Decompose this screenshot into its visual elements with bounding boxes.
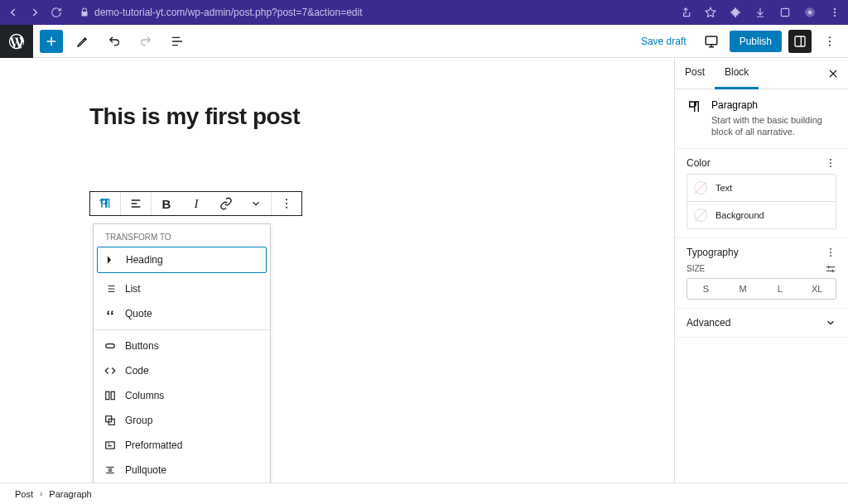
transform-item-label: Buttons	[125, 340, 159, 352]
transform-item-code[interactable]: Code	[94, 358, 270, 383]
font-size-picker: S M L XL	[687, 278, 836, 300]
settings-sidebar-toggle[interactable]	[788, 30, 812, 53]
publish-button[interactable]: Publish	[730, 31, 782, 52]
columns-icon	[104, 389, 117, 402]
add-block-button[interactable]	[40, 30, 63, 53]
size-s[interactable]: S	[687, 279, 725, 299]
paragraph-icon	[687, 99, 701, 114]
edit-mode-button[interactable]	[71, 30, 94, 53]
color-panel-header[interactable]: Color	[687, 157, 711, 169]
transform-item-label: Quote	[125, 308, 152, 319]
block-options-button[interactable]	[272, 192, 301, 215]
browser-reload-button[interactable]	[50, 6, 63, 19]
transform-item-preformatted[interactable]: Preformatted	[94, 433, 270, 458]
svg-rect-6	[706, 36, 717, 45]
text-color-button[interactable]: Text	[687, 174, 836, 202]
preview-button[interactable]	[700, 30, 723, 53]
group-icon	[104, 414, 117, 427]
transform-item-label: Code	[125, 365, 149, 377]
color-options-icon[interactable]	[825, 157, 836, 169]
align-button[interactable]	[121, 192, 151, 215]
code-icon	[104, 364, 117, 377]
link-button[interactable]	[211, 192, 241, 215]
size-settings-icon[interactable]	[825, 263, 836, 275]
bold-button[interactable]: B	[152, 192, 181, 215]
download-icon[interactable]	[754, 6, 767, 19]
breadcrumb: Post › Paragraph	[0, 482, 848, 504]
svg-rect-14	[106, 344, 115, 348]
editor-canvas[interactable]: This is my first post B I	[0, 58, 674, 482]
transform-item-buttons[interactable]: Buttons	[94, 334, 270, 358]
browser-forward-button[interactable]	[28, 6, 41, 19]
tab-post[interactable]: Post	[675, 58, 715, 89]
chevron-down-icon	[825, 317, 836, 329]
svg-point-2	[808, 11, 812, 15]
size-xl[interactable]: XL	[798, 279, 836, 299]
preformatted-icon	[104, 439, 117, 452]
transform-item-label: Columns	[125, 390, 164, 401]
document-overview-button[interactable]	[166, 30, 189, 53]
share-icon[interactable]	[679, 6, 692, 19]
svg-point-11	[286, 199, 287, 200]
svg-point-5	[834, 15, 836, 17]
undo-button[interactable]	[103, 30, 126, 53]
size-label: SIZE	[687, 264, 705, 273]
browser-bar: demo-tutorial-yt.com/wp-admin/post.php?p…	[0, 0, 848, 25]
list-icon	[104, 282, 117, 295]
svg-point-8	[829, 36, 831, 38]
svg-point-4	[834, 12, 836, 13]
transform-item-list[interactable]: List	[94, 276, 270, 301]
settings-sidebar: Post Block Paragraph Start with the basi…	[674, 58, 848, 482]
transform-item-label: Heading	[126, 254, 163, 266]
buttons-icon	[104, 339, 117, 353]
browser-url-bar[interactable]: demo-tutorial-yt.com/wp-admin/post.php?p…	[80, 7, 671, 18]
options-menu-button[interactable]	[818, 30, 841, 53]
breadcrumb-post[interactable]: Post	[15, 489, 33, 499]
browser-back-button[interactable]	[7, 6, 20, 19]
lock-icon	[80, 7, 89, 17]
breadcrumb-paragraph[interactable]: Paragraph	[49, 489, 91, 499]
typography-options-icon[interactable]	[825, 247, 836, 258]
redo-button[interactable]	[134, 30, 157, 53]
advanced-panel-toggle[interactable]: Advanced	[687, 317, 836, 329]
svg-point-10	[829, 44, 831, 46]
wp-logo[interactable]	[0, 25, 33, 58]
svg-rect-15	[106, 391, 109, 399]
typography-panel-header[interactable]: Typography	[687, 247, 739, 258]
divider	[94, 329, 270, 330]
color-swatch-icon	[694, 181, 707, 194]
transform-item-group[interactable]: Group	[94, 408, 270, 433]
svg-point-23	[830, 248, 831, 250]
transform-item-columns[interactable]: Columns	[94, 383, 270, 408]
svg-point-22	[830, 166, 831, 167]
block-type-button[interactable]	[90, 192, 120, 215]
size-l[interactable]: L	[762, 279, 799, 299]
background-color-button[interactable]: Background	[687, 202, 836, 229]
browser-url-text: demo-tutorial-yt.com/wp-admin/post.php?p…	[94, 7, 363, 18]
extensions-icon[interactable]	[729, 6, 742, 19]
bookmark-icon[interactable]	[704, 6, 717, 19]
editor-top-toolbar: Save draft Publish	[0, 25, 848, 58]
profile-icon[interactable]	[803, 6, 817, 19]
chevron-right-icon: ›	[40, 489, 42, 498]
svg-point-24	[830, 252, 831, 253]
color-swatch-icon	[694, 209, 707, 222]
close-settings-button[interactable]	[823, 64, 843, 84]
transform-item-label: Preformatted	[125, 439, 182, 451]
browser-menu-icon[interactable]	[828, 6, 841, 19]
size-m[interactable]: M	[725, 279, 762, 299]
block-description: Start with the basic building block of a…	[711, 114, 836, 138]
transform-item-heading[interactable]: Heading	[97, 247, 267, 273]
transform-item-pullquote[interactable]: Pullquote	[94, 458, 270, 482]
post-title[interactable]: This is my first post	[89, 103, 641, 130]
svg-point-25	[830, 255, 831, 257]
italic-button[interactable]: I	[181, 192, 211, 215]
more-rich-text-button[interactable]	[241, 192, 271, 215]
svg-rect-7	[795, 36, 805, 46]
svg-point-13	[286, 207, 287, 209]
tabs-icon[interactable]	[778, 6, 792, 19]
save-draft-button[interactable]: Save draft	[634, 36, 693, 47]
transform-menu: TRANSFORM TO Heading List Quote Buttons …	[93, 223, 271, 482]
tab-block[interactable]: Block	[715, 58, 759, 89]
transform-item-quote[interactable]: Quote	[94, 301, 270, 326]
